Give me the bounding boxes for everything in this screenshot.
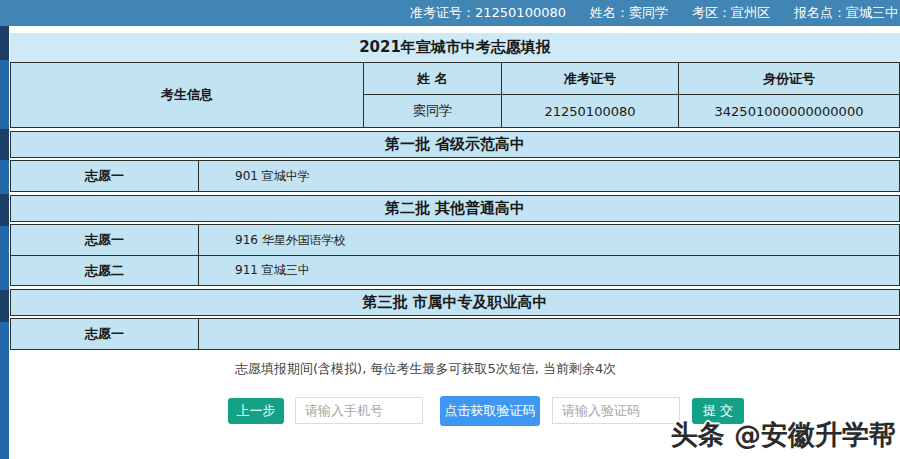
column-header-id-number: 身份证号 — [678, 63, 899, 95]
choice1-label: 志愿一 — [11, 225, 199, 255]
topbar: 准考证号：21250100080 姓名：窦同学 考区：宣州区 报名点：宣城三中 — [0, 0, 900, 26]
left-edge-segment — [0, 129, 9, 160]
topbar-registration-site: 报名点：宣城三中 — [794, 4, 898, 22]
column-header-name: 姓 名 — [363, 63, 501, 95]
left-edge-segment — [0, 226, 9, 290]
previous-step-button[interactable]: 上一步 — [228, 398, 284, 424]
get-verification-code-button[interactable]: 点击获取验证码 — [440, 396, 540, 426]
left-edge-decoration — [0, 26, 9, 459]
left-edge-segment — [0, 26, 9, 60]
candidate-id-number-value: 342501000000000000 — [678, 95, 899, 127]
table-row: 志愿一 901 宣城中学 — [11, 161, 899, 191]
choice2-label: 志愿二 — [11, 256, 199, 285]
left-edge-segment — [0, 194, 9, 226]
phone-input[interactable] — [295, 397, 423, 424]
left-edge-segment — [0, 290, 9, 322]
choice1-value — [199, 319, 899, 349]
batch2-header: 第二批 其他普通高中 — [10, 195, 900, 222]
table-row: 志愿二 911 宣城三中 — [11, 255, 899, 285]
table-row: 志愿一 — [11, 319, 899, 349]
left-edge-segment — [0, 160, 9, 194]
application-form-panel: 2021年宣城市中考志愿填报 考生信息 姓 名 准考证号 身份证号 窦同学 21… — [10, 33, 900, 350]
sms-quota-note: 志愿填报期间(含模拟), 每位考生最多可获取5次短信, 当前剩余4次 — [235, 360, 616, 378]
candidate-exam-number-value: 21250100080 — [501, 95, 678, 127]
left-edge-segment — [0, 322, 9, 459]
batch3-table: 志愿一 — [10, 318, 900, 350]
candidate-name-value: 窦同学 — [363, 95, 501, 127]
choice2-value: 911 宣城三中 — [199, 256, 899, 285]
choice1-value: 916 华星外国语学校 — [199, 225, 899, 255]
verification-code-input[interactable] — [552, 397, 680, 424]
page-title: 2021年宣城市中考志愿填报 — [10, 33, 900, 62]
choice1-label: 志愿一 — [11, 319, 199, 349]
topbar-student-name: 姓名：窦同学 — [590, 4, 668, 22]
batch2-table: 志愿一 916 华星外国语学校 志愿二 911 宣城三中 — [10, 224, 900, 286]
choice1-label: 志愿一 — [11, 161, 199, 191]
batch3-header: 第三批 市属中专及职业高中 — [10, 289, 900, 316]
toutiao-watermark: 头条 @安徽升学帮 — [671, 417, 896, 453]
column-header-exam-number: 准考证号 — [501, 63, 678, 95]
batch1-table: 志愿一 901 宣城中学 — [10, 160, 900, 192]
topbar-exam-district: 考区：宣州区 — [692, 4, 770, 22]
candidate-info-table: 考生信息 姓 名 准考证号 身份证号 窦同学 21250100080 34250… — [10, 62, 900, 128]
table-row: 志愿一 916 华星外国语学校 — [11, 225, 899, 255]
batch1-header: 第一批 省级示范高中 — [10, 131, 900, 158]
choice1-value: 901 宣城中学 — [199, 161, 899, 191]
topbar-exam-number: 准考证号：21250100080 — [410, 4, 566, 22]
left-edge-segment — [0, 60, 9, 129]
candidate-info-header: 考生信息 — [11, 63, 363, 127]
